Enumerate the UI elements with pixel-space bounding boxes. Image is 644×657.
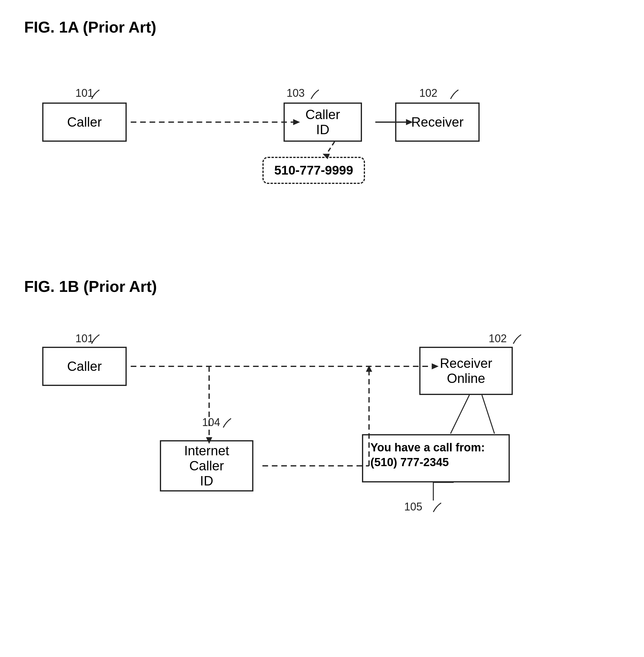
notification-box-1b: You have a call from: (510) 777-2345 (362, 434, 510, 483)
fig1a-label: FIG. 1A (Prior Art) (24, 18, 620, 36)
svg-line-4 (325, 142, 335, 156)
svg-line-13 (451, 395, 469, 433)
receiver-label-1a: Receiver (411, 115, 464, 130)
phone-bubble-1a: 510-777-9999 (262, 157, 365, 184)
ref-105-fig1b: 105 (404, 500, 422, 513)
fig1a-diagram: 101 103 102 Caller CallerID Receiver 510… (24, 54, 620, 241)
caller-box-1a: Caller (42, 102, 127, 142)
receiver-online-label-1b: ReceiverOnline (440, 356, 492, 386)
caller-label-1b: Caller (67, 359, 102, 374)
receiver-online-box-1b: ReceiverOnline (419, 347, 513, 395)
fig1b-diagram: 101 102 104 105 Caller ReceiverOnline In… (24, 313, 620, 555)
page: FIG. 1A (Prior Art) 101 103 102 Caller C… (0, 0, 644, 657)
ref-103-fig1a: 103 (286, 87, 305, 99)
caller-label-1a: Caller (67, 115, 102, 130)
notification-line2: (510) 777-2345 (370, 455, 501, 470)
ref-102-fig1b: 102 (489, 332, 507, 345)
fig1a-section: FIG. 1A (Prior Art) 101 103 102 Caller C… (24, 18, 620, 241)
ref-101-fig1b: 101 (75, 332, 93, 345)
ref-102-fig1a: 102 (419, 87, 437, 99)
notification-line1: You have a call from: (370, 440, 501, 455)
internet-callerid-box-1b: InternetCallerID (160, 440, 253, 491)
callerid-label-1a: CallerID (305, 107, 340, 137)
callerid-box-1a: CallerID (283, 102, 362, 142)
ref-101-fig1a: 101 (75, 87, 93, 99)
internet-callerid-label-1b: InternetCallerID (184, 443, 229, 489)
fig1b-label: FIG. 1B (Prior Art) (24, 277, 620, 296)
ref-104-fig1b: 104 (202, 416, 220, 429)
fig1b-section: FIG. 1B (Prior Art) 101 102 104 105 Call… (24, 277, 620, 555)
receiver-box-1a: Receiver (395, 102, 480, 142)
svg-line-14 (482, 395, 495, 433)
svg-marker-12 (366, 366, 372, 372)
caller-box-1b: Caller (42, 347, 127, 386)
arrows-svg-1a (24, 54, 620, 241)
phone-number-1a: 510-777-9999 (274, 163, 353, 178)
